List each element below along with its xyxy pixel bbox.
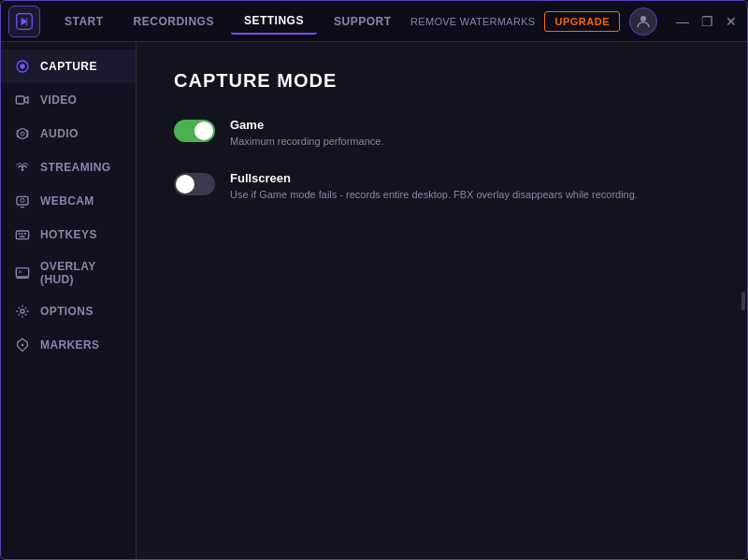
scroll-indicator <box>741 292 745 310</box>
sidebar-item-overlay[interactable]: OVERLAY (HUD) <box>1 251 136 294</box>
title-bar-right: REMOVE WATERMARKS UPGRADE — ❐ ✕ <box>410 7 740 36</box>
svg-point-1 <box>640 16 646 22</box>
game-toggle-knob <box>194 122 213 140</box>
options-icon <box>14 303 31 320</box>
game-option-desc: Maximum recording performance. <box>230 135 383 149</box>
svg-point-9 <box>21 198 24 202</box>
sidebar-item-streaming[interactable]: STREAMING <box>1 151 136 184</box>
app-logo[interactable] <box>8 6 40 37</box>
capture-option-game: Game Maximum recording performance. <box>174 118 710 149</box>
svg-point-7 <box>22 168 24 171</box>
sidebar-item-label-capture: CAPTURE <box>40 60 97 73</box>
sidebar-item-label-markers: MARKERS <box>40 338 99 352</box>
game-toggle-track[interactable] <box>174 120 215 142</box>
sidebar-item-label-video: VIDEO <box>40 93 77 107</box>
sidebar-item-label-streaming: STREAMING <box>40 161 111 174</box>
game-option-title: Game <box>230 118 383 132</box>
remove-watermarks-label: REMOVE WATERMARKS <box>410 16 535 27</box>
sidebar-item-label-audio: AUDIO <box>40 127 79 140</box>
upgrade-button[interactable]: UPGRADE <box>544 11 620 32</box>
page-title: CAPTURE MODE <box>174 70 710 92</box>
audio-icon <box>14 125 31 142</box>
nav-tabs: START RECORDINGS SETTINGS SUPPORT <box>51 8 410 35</box>
webcam-icon <box>14 193 31 209</box>
tab-start[interactable]: START <box>51 9 117 34</box>
sidebar-item-markers[interactable]: MARKERS <box>1 328 136 362</box>
svg-rect-8 <box>17 196 28 205</box>
fullscreen-toggle-knob <box>176 175 194 194</box>
svg-point-17 <box>21 309 24 313</box>
sidebar-item-webcam[interactable]: WEBCAM <box>1 184 136 218</box>
minimize-button[interactable]: — <box>674 13 691 30</box>
streaming-icon <box>14 159 31 176</box>
fullscreen-toggle-track[interactable] <box>174 173 215 195</box>
title-bar: START RECORDINGS SETTINGS SUPPORT REMOVE… <box>1 1 747 42</box>
markers-icon <box>14 337 31 353</box>
capture-option-fullscreen: Fullscreen Use if Game mode fails - reco… <box>174 171 710 202</box>
sidebar-item-options[interactable]: OPTIONS <box>1 294 136 328</box>
fullscreen-option-desc: Use if Game mode fails - records entire … <box>230 188 638 202</box>
svg-rect-12 <box>22 233 23 235</box>
window-controls: — ❐ ✕ <box>674 13 740 30</box>
sidebar-item-capture[interactable]: CAPTURE <box>1 50 136 83</box>
sidebar-item-label-hotkeys: HOTKEYS <box>40 228 97 241</box>
tab-recordings[interactable]: RECORDINGS <box>121 9 227 34</box>
game-toggle[interactable] <box>174 120 215 142</box>
sidebar-item-video[interactable]: VIDEO <box>1 83 136 117</box>
svg-rect-14 <box>20 236 25 237</box>
video-icon <box>14 92 31 108</box>
maximize-button[interactable]: ❐ <box>698 13 715 30</box>
svg-point-6 <box>21 132 24 136</box>
user-avatar[interactable] <box>629 7 657 36</box>
tab-support[interactable]: SUPPORT <box>321 9 405 34</box>
svg-rect-4 <box>16 96 24 104</box>
sidebar-item-audio[interactable]: AUDIO <box>1 117 136 151</box>
fullscreen-option-title: Fullscreen <box>230 171 638 185</box>
svg-rect-13 <box>24 233 26 235</box>
svg-rect-15 <box>16 268 28 277</box>
content-area: CAPTURE MODE Game Maximum recording perf… <box>137 42 747 559</box>
tab-settings[interactable]: SETTINGS <box>231 8 317 35</box>
main-content: CAPTURE VIDEO <box>1 42 747 559</box>
sidebar: CAPTURE VIDEO <box>1 42 137 559</box>
app-window: START RECORDINGS SETTINGS SUPPORT REMOVE… <box>0 0 748 560</box>
hotkeys-icon <box>14 226 31 243</box>
fullscreen-option-text: Fullscreen Use if Game mode fails - reco… <box>230 171 638 202</box>
sidebar-item-label-overlay: OVERLAY (HUD) <box>40 260 122 286</box>
capture-icon <box>14 58 31 75</box>
svg-point-5 <box>18 129 28 139</box>
svg-rect-11 <box>18 233 20 235</box>
svg-rect-16 <box>19 270 22 273</box>
sidebar-item-label-webcam: WEBCAM <box>40 194 94 208</box>
sidebar-item-hotkeys[interactable]: HOTKEYS <box>1 218 136 251</box>
close-button[interactable]: ✕ <box>723 13 740 30</box>
fullscreen-toggle[interactable] <box>174 173 215 195</box>
svg-rect-10 <box>16 231 28 239</box>
sidebar-item-label-options: OPTIONS <box>40 305 94 318</box>
overlay-icon <box>14 265 31 281</box>
game-option-text: Game Maximum recording performance. <box>230 118 383 149</box>
svg-point-18 <box>22 344 24 347</box>
svg-point-3 <box>20 64 24 68</box>
